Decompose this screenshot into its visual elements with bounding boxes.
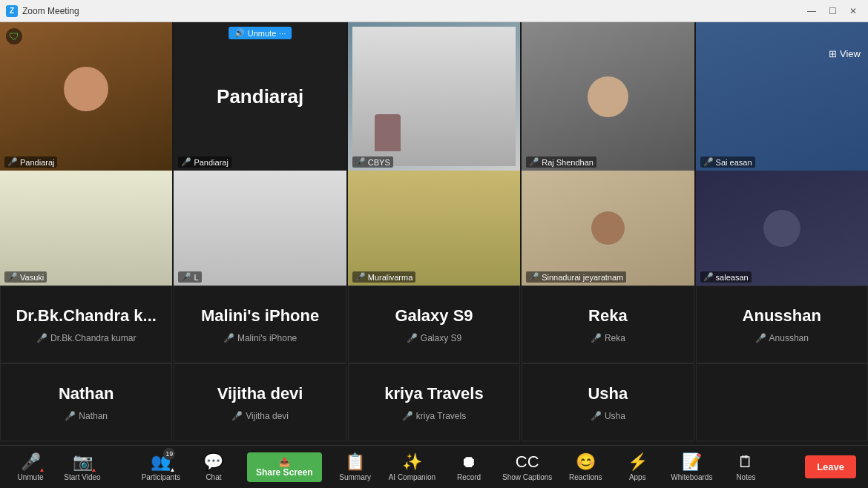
video-off-icon: 📷 ▲ <box>73 452 93 472</box>
name-tile-kriya: kriya Travels 🎤 kriya Travels <box>348 363 520 441</box>
title-bar: Z Zoom Meeting — ☐ ✕ <box>0 0 868 22</box>
mic-small-icon-1: 🎤 <box>36 333 47 343</box>
name-tile-usha: Usha 🎤 Usha <box>522 363 694 441</box>
name-tile-empty <box>696 363 868 441</box>
active-speaker-name: Pandiaraj <box>217 85 303 108</box>
small-name-6: 🎤 Nathan <box>65 411 108 421</box>
share-screen-button[interactable]: 📤 Share Screen <box>247 452 322 482</box>
close-button[interactable]: ✕ <box>844 4 862 19</box>
share-screen-inner: 📤 Share Screen <box>247 452 322 482</box>
zoom-icon: Z <box>6 5 18 17</box>
video-grid: 🎤 Pandiaraj 🔊 Unmute ··· Pandiaraj 🎤 Pan… <box>0 22 868 445</box>
name-tile-vijitha: Vijitha devi 🎤 Vijitha devi <box>174 363 346 441</box>
participants-button[interactable]: 👥 19 ▲ Participants <box>142 452 180 481</box>
toolbar: 🎤 ▲ Unmute 📷 ▲ Start Video 👥 19 ▲ Partic… <box>0 445 868 488</box>
summary-label: Summary <box>339 473 371 481</box>
share-icon: 📤 <box>279 457 290 467</box>
video-row-2: 🎤 Vasuki 🎤 L 🎤 Muralivarma <box>0 171 868 286</box>
summary-button[interactable]: 📋 Summary <box>337 452 374 481</box>
captions-button[interactable]: CC Show Captions <box>502 452 552 481</box>
unmute-button[interactable]: 🎤 ▲ Unmute <box>12 452 49 481</box>
name-tile-reka: Reka 🎤 Reka <box>522 286 694 363</box>
caret-up-icon: ▲ <box>39 466 45 473</box>
caret-up-participants-icon: ▲ <box>169 466 175 473</box>
unmute-badge[interactable]: 🔊 Unmute ··· <box>228 27 292 39</box>
mic-small-icon-2: 🎤 <box>223 333 234 343</box>
reactions-button[interactable]: 😊 Reactions <box>567 452 604 481</box>
ai-companion-button[interactable]: ✨ AI Companion <box>389 452 435 481</box>
mic-small-icon-5: 🎤 <box>755 333 766 343</box>
toolbar-right: Leave <box>805 455 856 478</box>
mic-icon-5: 🎤 <box>703 157 714 167</box>
participants-icon: 👥 19 ▲ <box>151 452 171 472</box>
video-row-1: 🎤 Pandiaraj 🔊 Unmute ··· Pandiaraj 🎤 Pan… <box>0 22 868 171</box>
chat-button[interactable]: 💬 Chat <box>195 452 232 481</box>
leave-button[interactable]: Leave <box>805 455 856 478</box>
small-name-3: 🎤 Galaxy S9 <box>407 333 461 343</box>
notes-icon: 🗒 <box>737 452 754 472</box>
small-name-2: 🎤 Malini's iPhone <box>223 333 297 343</box>
mic-small-icon-7: 🎤 <box>231 411 243 421</box>
mic-icon-1: 🎤 <box>7 157 18 167</box>
name-row-4: Nathan 🎤 Nathan Vijitha devi 🎤 Vijitha d… <box>0 363 868 441</box>
mic-icon-6: 🎤 <box>7 272 18 282</box>
apps-icon: ⚡ <box>628 452 648 472</box>
notes-button[interactable]: 🗒 Notes <box>727 452 764 481</box>
ai-icon: ✨ <box>402 452 422 472</box>
big-name-4: Reka <box>588 306 628 326</box>
small-name-9: 🎤 Usha <box>591 411 625 421</box>
window-title: Zoom Meeting <box>22 6 79 16</box>
whiteboards-button[interactable]: 📝 Whiteboards <box>671 452 712 481</box>
tile-name-8: 🎤 Muralivarma <box>352 271 416 283</box>
share-label: Share Screen <box>256 467 313 478</box>
record-icon: ⏺ <box>461 452 477 472</box>
more-options-icon: ··· <box>279 29 286 38</box>
big-name-5: Anusshan <box>743 306 821 326</box>
video-tile-6: 🎤 Vasuki <box>0 171 172 286</box>
big-name-8: kriya Travels <box>384 384 483 403</box>
mic-icon-8: 🎤 <box>355 272 366 282</box>
name-tile-galaxy: Galaxy S9 🎤 Galaxy S9 <box>348 286 520 363</box>
video-tile-9: 🎤 Sinnadurai jeyaratnam <box>522 171 694 286</box>
start-video-label: Start Video <box>64 473 100 481</box>
title-bar-controls: — ☐ ✕ <box>803 4 862 19</box>
name-tile-dr-chandra: Dr.Bk.Chandra k... 🎤 Dr.Bk.Chandra kumar <box>0 286 172 363</box>
big-name-1: Dr.Bk.Chandra k... <box>16 306 157 326</box>
tile-name-4: 🎤 Raj Shendhan <box>526 156 596 168</box>
unmute-label: Unmute <box>17 473 43 481</box>
small-name-1: 🎤 Dr.Bk.Chandra kumar <box>36 333 136 343</box>
reactions-icon: 😊 <box>576 452 596 472</box>
video-tile-5: 🎤 Sai easan <box>696 22 868 171</box>
small-name-4: 🎤 Reka <box>591 333 625 343</box>
mic-small-icon-6: 🎤 <box>65 411 76 421</box>
view-label[interactable]: ⊞ View <box>829 48 861 59</box>
mic-small-icon-3: 🎤 <box>407 333 418 343</box>
record-button[interactable]: ⏺ Record <box>450 452 487 481</box>
whiteboards-label: Whiteboards <box>671 473 712 481</box>
mic-icon-3: 🎤 <box>355 157 366 167</box>
mic-small-icon-8: 🎤 <box>402 411 413 421</box>
small-name-5: 🎤 Anusshan <box>755 333 809 343</box>
tile-name-10: 🎤 saleasan <box>700 271 752 283</box>
mic-small-icon-4: 🎤 <box>591 333 602 343</box>
caret-up-video-icon: ▲ <box>91 466 97 473</box>
tile-name-2: 🎤 Pandiaraj <box>178 156 231 168</box>
ai-label: AI Companion <box>389 473 435 481</box>
record-label: Record <box>457 473 481 481</box>
chat-label: Chat <box>206 473 221 481</box>
video-tile-3: 🎤 CBYS <box>348 22 520 171</box>
big-name-2: Malini's iPhone <box>201 306 319 326</box>
tile-name-6: 🎤 Vasuki <box>4 271 47 283</box>
maximize-button[interactable]: ☐ <box>823 4 841 19</box>
big-name-6: Nathan <box>59 384 114 403</box>
apps-button[interactable]: ⚡ Apps <box>619 452 656 481</box>
minimize-button[interactable]: — <box>803 4 821 19</box>
video-tile-4: 🎤 Raj Shendhan <box>522 22 694 171</box>
video-tile-2: 🔊 Unmute ··· Pandiaraj 🎤 Pandiaraj <box>174 22 346 171</box>
start-video-button[interactable]: 📷 ▲ Start Video <box>64 452 101 481</box>
tile-name-1: 🎤 Pandiaraj <box>4 156 57 168</box>
video-tile-8: 🎤 Muralivarma <box>348 171 520 286</box>
name-row-3: Dr.Bk.Chandra k... 🎤 Dr.Bk.Chandra kumar… <box>0 286 868 363</box>
small-name-8: 🎤 kriya Travels <box>402 411 466 421</box>
tile-name-9: 🎤 Sinnadurai jeyaratnam <box>526 271 626 283</box>
